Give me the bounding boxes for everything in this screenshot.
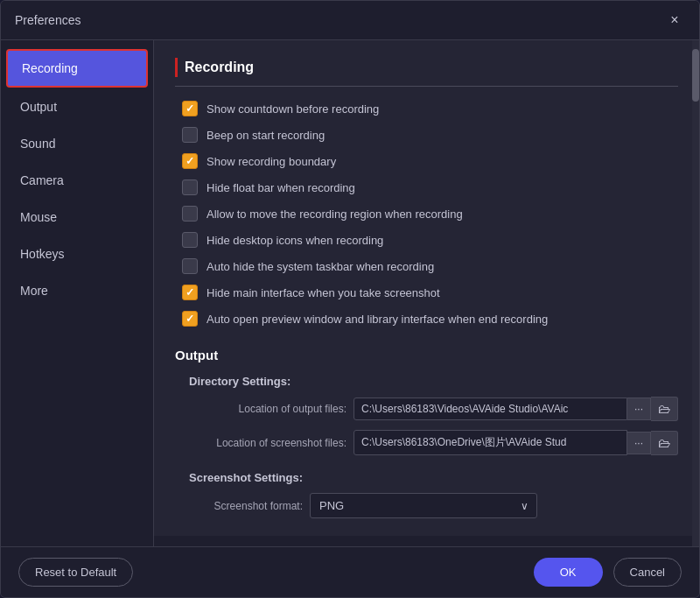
checkbox-countdown-label[interactable]: Show countdown before recording xyxy=(206,102,379,116)
output-files-label: Location of output files: xyxy=(189,403,346,415)
screenshot-settings-section: Screenshot Settings: Screenshot format: … xyxy=(175,471,678,518)
output-files-dots-button[interactable]: ··· xyxy=(627,397,651,420)
sidebar-item-output[interactable]: Output xyxy=(6,89,148,124)
checkbox-boundary-label[interactable]: Show recording boundary xyxy=(206,155,336,168)
checkbox-floatbar-input[interactable] xyxy=(182,179,198,195)
checkbox-beep: Beep on start recording xyxy=(175,127,678,143)
checkbox-beep-label[interactable]: Beep on start recording xyxy=(206,129,325,142)
dialog-body: Recording Output Sound Camera Mouse Hotk… xyxy=(1,40,699,546)
output-files-input-group: C:\Users\86183\Videos\AVAide Studio\AVAi… xyxy=(354,397,678,421)
format-select-wrapper: PNG JPG BMP GIF xyxy=(310,493,537,518)
sidebar-item-mouse[interactable]: Mouse xyxy=(6,200,148,235)
title-bar: Preferences × xyxy=(1,1,699,40)
screenshot-files-row: Location of screenshot files: C:\Users\8… xyxy=(175,430,678,455)
checkbox-preview: Auto open preview window and library int… xyxy=(175,311,678,327)
recording-section-title: Recording xyxy=(175,58,678,77)
screenshot-files-folder-button[interactable]: 🗁 xyxy=(651,431,678,455)
checkbox-moveregion-input[interactable] xyxy=(182,206,198,222)
cancel-button[interactable]: Cancel xyxy=(613,558,682,587)
output-files-folder-button[interactable]: 🗁 xyxy=(651,397,678,421)
format-select[interactable]: PNG JPG BMP GIF xyxy=(310,493,537,518)
checkbox-floatbar: Hide float bar when recording xyxy=(175,179,678,195)
output-section-title: Output xyxy=(175,348,678,362)
sidebar-item-recording[interactable]: Recording xyxy=(6,49,148,88)
content-wrapper: Recording Show countdown before recordin… xyxy=(154,40,699,546)
ok-button[interactable]: OK xyxy=(534,558,603,587)
scrollbar-thumb[interactable] xyxy=(692,49,699,102)
checkbox-desktopicons-label[interactable]: Hide desktop icons when recording xyxy=(206,234,383,247)
content-area: Recording Show countdown before recordin… xyxy=(154,40,699,536)
checkbox-boundary: Show recording boundary xyxy=(175,153,678,169)
checkbox-taskbar-label[interactable]: Auto hide the system taskbar when record… xyxy=(206,260,434,273)
output-files-row: Location of output files: C:\Users\86183… xyxy=(175,397,678,421)
reset-button[interactable]: Reset to Default xyxy=(18,558,133,587)
checkbox-screenshot-label[interactable]: Hide main interface when you take screen… xyxy=(206,286,440,299)
screenshot-files-input[interactable]: C:\Users\86183\OneDrive\图片\AVAide Stud xyxy=(354,430,627,455)
checkbox-taskbar-input[interactable] xyxy=(182,258,198,274)
output-files-input[interactable]: C:\Users\86183\Videos\AVAide Studio\AVAi… xyxy=(354,397,627,420)
checkbox-preview-input[interactable] xyxy=(182,311,198,327)
sidebar-item-more[interactable]: More xyxy=(6,273,148,308)
checkbox-countdown-input[interactable] xyxy=(182,101,198,116)
dialog-title: Preferences xyxy=(15,13,80,27)
sidebar-item-camera[interactable]: Camera xyxy=(6,163,148,198)
scrollbar-track xyxy=(692,40,699,546)
recording-section-header: Recording xyxy=(175,58,678,87)
footer: Reset to Default OK Cancel xyxy=(1,546,699,597)
checkbox-screenshot-input[interactable] xyxy=(182,285,198,300)
close-button[interactable]: × xyxy=(664,10,685,31)
checkbox-countdown: Show countdown before recording xyxy=(175,101,678,116)
checkbox-desktopicons-input[interactable] xyxy=(182,232,198,248)
checkbox-preview-label[interactable]: Auto open preview window and library int… xyxy=(206,313,548,326)
checkbox-screenshot: Hide main interface when you take screen… xyxy=(175,285,678,300)
checkbox-moveregion-label[interactable]: Allow to move the recording region when … xyxy=(206,208,463,221)
screenshot-settings-label: Screenshot Settings: xyxy=(175,471,678,484)
directory-settings-label: Directory Settings: xyxy=(175,375,678,388)
checkbox-moveregion: Allow to move the recording region when … xyxy=(175,206,678,222)
checkbox-taskbar: Auto hide the system taskbar when record… xyxy=(175,258,678,274)
footer-right: OK Cancel xyxy=(534,558,682,587)
screenshot-files-label: Location of screenshot files: xyxy=(189,437,346,449)
format-label: Screenshot format: xyxy=(189,500,303,512)
screenshot-files-input-group: C:\Users\86183\OneDrive\图片\AVAide Stud ·… xyxy=(354,430,678,455)
checkbox-floatbar-label[interactable]: Hide float bar when recording xyxy=(206,181,355,194)
sidebar: Recording Output Sound Camera Mouse Hotk… xyxy=(1,40,154,546)
checkbox-beep-input[interactable] xyxy=(182,127,198,143)
preferences-dialog: Preferences × Recording Output Sound Cam… xyxy=(0,0,700,598)
checkbox-desktopicons: Hide desktop icons when recording xyxy=(175,232,678,248)
sidebar-item-hotkeys[interactable]: Hotkeys xyxy=(6,236,148,271)
checkbox-boundary-input[interactable] xyxy=(182,153,198,169)
format-row: Screenshot format: PNG JPG BMP GIF xyxy=(175,493,678,518)
sidebar-item-sound[interactable]: Sound xyxy=(6,126,148,161)
output-section: Output Directory Settings: Location of o… xyxy=(175,348,678,518)
screenshot-files-dots-button[interactable]: ··· xyxy=(627,432,651,454)
